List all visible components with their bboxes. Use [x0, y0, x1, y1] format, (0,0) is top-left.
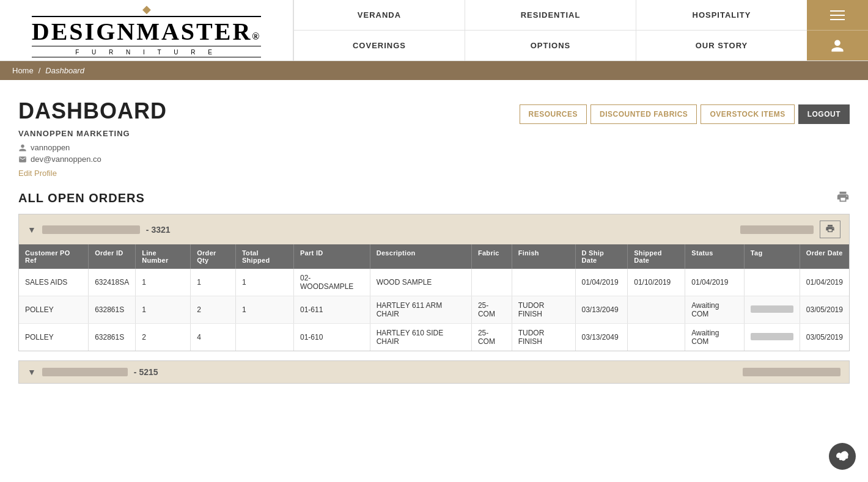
email-text: dev@vannoppen.co	[31, 155, 101, 164]
order-block-2-left: ▼ - 5215	[28, 367, 158, 377]
order-2-blurred-right	[743, 368, 840, 376]
header-actions	[807, 0, 868, 60]
logo-main-text: DESIGNMASTER®	[32, 18, 261, 45]
nav-item-residential[interactable]: RESIDENTIAL	[465, 0, 636, 31]
col-order-date: Order Date	[800, 244, 849, 269]
nav-item-ourstory[interactable]: OUR STORY	[636, 31, 807, 61]
nav-item-coverings[interactable]: COVERINGS	[293, 31, 465, 61]
nav-item-veranda[interactable]: VERANDA	[293, 0, 465, 31]
discounted-fabrics-button[interactable]: DISCOUNTED FABRICS	[590, 104, 697, 124]
breadcrumb-current: Dashboard	[45, 66, 84, 75]
col-fabric: Fabric	[471, 244, 512, 269]
table-row: SALES AIDS 632418SA 1 1 1 02-WOODSAMPLE …	[19, 269, 849, 296]
chevron-down-icon-2[interactable]: ▼	[28, 367, 36, 377]
person-small-icon	[18, 144, 27, 152]
order-2-blurred-name	[42, 368, 128, 376]
hamburger-icon	[830, 10, 845, 20]
person-icon	[830, 38, 845, 53]
col-finish: Finish	[512, 244, 575, 269]
col-part-id: Part ID	[293, 244, 370, 269]
order-2-number: - 5215	[134, 367, 158, 377]
header: ◆ DESIGNMASTER® F U R N I T U R E VERAND…	[0, 0, 868, 61]
print-order-1-button[interactable]	[820, 221, 840, 238]
logout-button[interactable]: LOGOUT	[798, 104, 850, 124]
order-1-table: Customer PO Ref Order ID Line Number Ord…	[19, 244, 849, 351]
email-icon	[18, 155, 27, 164]
logo-subtitle: F U R N I T U R E	[75, 49, 218, 56]
order-block-1-right	[740, 221, 840, 238]
print-icon[interactable]	[836, 190, 850, 206]
hamburger-button[interactable]	[807, 0, 868, 31]
table-row: POLLEY 632861S 2 4 01-610 HARTLEY 610 SI…	[19, 324, 849, 351]
orders-title: ALL OPEN ORDERS	[18, 191, 145, 205]
resources-button[interactable]: RESOURCES	[520, 104, 587, 124]
order-block-1-left: ▼ - 3321	[28, 225, 171, 235]
chevron-down-icon[interactable]: ▼	[28, 225, 36, 235]
order-block-1-header: ▼ - 3321	[19, 214, 849, 244]
company-name: VANNOPPEN MARKETING	[18, 129, 167, 138]
breadcrumb-separator: /	[39, 66, 41, 75]
username-text: vannoppen	[31, 143, 70, 152]
col-description: Description	[370, 244, 471, 269]
nav-grid: VERANDA RESIDENTIAL HOSPITALITY COVERING…	[293, 0, 807, 60]
order-1-blurred-name	[42, 225, 140, 234]
header-buttons: RESOURCES DISCOUNTED FABRICS OVERSTOCK I…	[520, 104, 850, 124]
col-total-shipped: Total Shipped	[235, 244, 293, 269]
logo: ◆ DESIGNMASTER® F U R N I T U R E	[0, 0, 293, 60]
breadcrumb-home[interactable]: Home	[12, 66, 34, 75]
page-title-area: DASHBOARD VANNOPPEN MARKETING vannoppen …	[18, 98, 167, 178]
order-block-2: ▼ - 5215	[18, 360, 850, 384]
order-block-2-right	[743, 368, 840, 376]
order-1-number: - 3321	[146, 225, 171, 235]
col-shipped-date: Shipped Date	[628, 244, 685, 269]
order-1-blurred-right	[740, 225, 814, 234]
breadcrumb-bar: Home / Dashboard	[0, 61, 868, 80]
main-content: DASHBOARD VANNOPPEN MARKETING vannoppen …	[0, 80, 868, 405]
username-row: vannoppen	[18, 143, 167, 152]
col-d-ship-date: D Ship Date	[575, 244, 628, 269]
col-order-qty: Order Qty	[191, 244, 236, 269]
overstock-items-button[interactable]: OVERSTOCK ITEMS	[701, 104, 794, 124]
col-tag: Tag	[744, 244, 800, 269]
col-status: Status	[685, 244, 745, 269]
logo-diamond: ◆	[32, 2, 261, 16]
col-line-number: Line Number	[136, 244, 191, 269]
page-header-row: DASHBOARD VANNOPPEN MARKETING vannoppen …	[18, 98, 850, 178]
order-block-2-header: ▼ - 5215	[19, 361, 849, 383]
user-icon-button[interactable]	[807, 31, 868, 60]
nav-item-options[interactable]: OPTIONS	[465, 31, 636, 61]
nav-item-hospitality[interactable]: HOSPITALITY	[636, 0, 807, 31]
email-row: dev@vannoppen.co	[18, 155, 167, 164]
order-block-1: ▼ - 3321 Customer PO Ref Order ID	[18, 214, 850, 351]
col-order-id: Order ID	[89, 244, 136, 269]
orders-header-row: ALL OPEN ORDERS	[18, 190, 850, 206]
page-title: DASHBOARD	[18, 98, 167, 124]
edit-profile-link[interactable]: Edit Profile	[18, 169, 57, 178]
table-row: POLLEY 632861S 1 2 1 01-611 HARTLEY 611 …	[19, 296, 849, 324]
orders-section: ALL OPEN ORDERS ▼ - 3321	[18, 190, 850, 384]
col-customer-po: Customer PO Ref	[19, 244, 89, 269]
